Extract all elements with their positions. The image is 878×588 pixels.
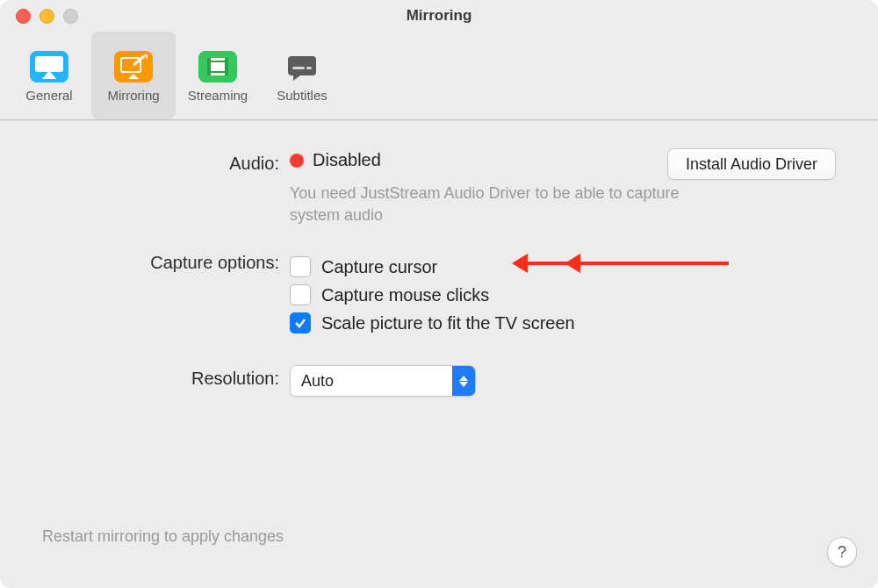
resolution-value: Auto — [291, 372, 452, 391]
checkbox-checked-icon — [290, 312, 311, 333]
tab-streaming[interactable]: Streaming — [176, 32, 260, 119]
capture-mouse-clicks-option[interactable]: Capture mouse clicks — [290, 284, 836, 305]
settings-content: Audio: Disabled Install Audio Driver You… — [0, 120, 878, 397]
subtitles-icon — [281, 49, 323, 84]
checkbox-unchecked-icon — [290, 256, 311, 277]
svg-rect-1 — [35, 56, 63, 72]
streaming-icon — [197, 49, 239, 84]
mirroring-icon — [112, 49, 155, 84]
install-audio-driver-button[interactable]: Install Audio Driver — [667, 148, 836, 180]
svg-rect-11 — [207, 61, 228, 62]
svg-rect-13 — [288, 56, 316, 75]
tab-label: Streaming — [188, 88, 248, 103]
titlebar: Mirroring — [0, 0, 878, 32]
preferences-window: Mirroring General Mirroring Streaming Su… — [0, 0, 878, 588]
audio-label: Audio: — [42, 150, 290, 174]
audio-status-text: Disabled — [313, 150, 381, 170]
svg-rect-12 — [207, 71, 228, 73]
tab-label: General — [25, 88, 72, 103]
tab-general[interactable]: General — [7, 32, 91, 119]
help-button[interactable]: ? — [827, 537, 857, 567]
svg-marker-18 — [459, 382, 468, 387]
checkbox-label: Capture cursor — [321, 257, 437, 277]
svg-marker-17 — [459, 376, 468, 381]
annotation-arrow-icon — [571, 262, 729, 265]
select-stepper-icon — [452, 366, 475, 396]
audio-hint: You need JustStream Audio Driver to be a… — [290, 183, 702, 226]
checkbox-unchecked-icon — [290, 284, 311, 305]
audio-status-dot — [290, 154, 304, 168]
svg-marker-16 — [293, 75, 300, 81]
preferences-tabs: General Mirroring Streaming Subtitles — [0, 32, 878, 120]
tab-label: Subtitles — [277, 88, 327, 103]
checkbox-label: Capture mouse clicks — [321, 285, 489, 305]
window-title: Mirroring — [0, 7, 878, 25]
restart-hint: Restart mirroring to apply changes — [42, 527, 284, 546]
audio-row: Audio: Disabled Install Audio Driver You… — [42, 150, 836, 226]
tab-label: Mirroring — [107, 88, 159, 103]
resolution-label: Resolution: — [42, 365, 290, 389]
resolution-select[interactable]: Auto — [290, 365, 476, 397]
svg-rect-15 — [306, 67, 312, 69]
checkbox-label: Scale picture to fit the TV screen — [321, 313, 575, 333]
resolution-row: Resolution: Auto — [42, 365, 836, 397]
scale-picture-option[interactable]: Scale picture to fit the TV screen — [290, 312, 836, 333]
tab-mirroring[interactable]: Mirroring — [91, 32, 176, 119]
capture-options-label: Capture options: — [42, 249, 290, 273]
airplay-icon — [28, 49, 70, 84]
tab-subtitles[interactable]: Subtitles — [260, 32, 344, 119]
svg-rect-14 — [292, 67, 305, 69]
capture-options-row: Capture options: Capture cursor Capture … — [42, 249, 836, 341]
